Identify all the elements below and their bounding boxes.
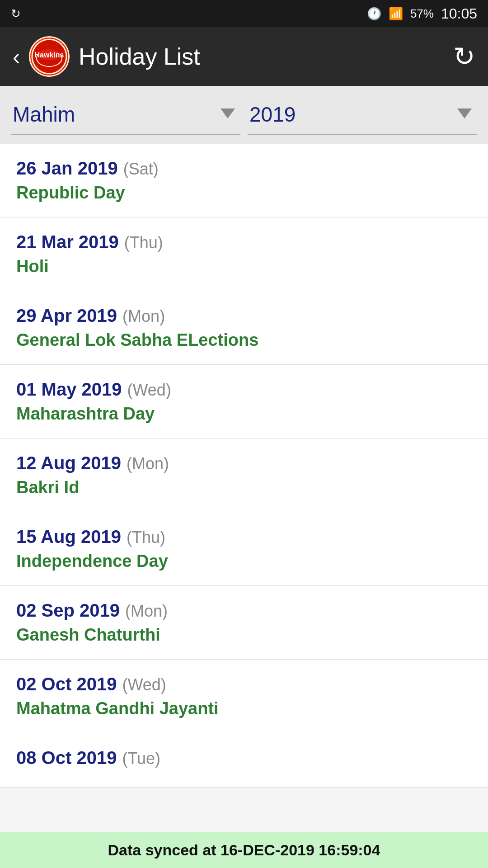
location-value: Mahim bbox=[13, 102, 75, 127]
holiday-name: Independence Day bbox=[16, 552, 168, 571]
holiday-day: (Thu) bbox=[127, 528, 165, 547]
sync-bar: Data synced at 16-DEC-2019 16:59:04 bbox=[0, 832, 488, 868]
holiday-day: (Mon) bbox=[122, 307, 165, 326]
holiday-name: Bakri Id bbox=[16, 478, 79, 497]
year-dropdown-arrow bbox=[457, 108, 472, 118]
status-bar-right: 🕐 📶 57% 10:05 bbox=[367, 5, 477, 22]
refresh-status-icon: ↻ bbox=[11, 7, 21, 21]
app-title: Holiday List bbox=[79, 43, 200, 70]
hawkins-logo-svg: Hawkins bbox=[31, 38, 67, 75]
holiday-date-row: 02 Oct 2019(Wed) bbox=[16, 674, 472, 694]
dropdowns-row: Mahim 2019 bbox=[0, 86, 488, 135]
holiday-name: Ganesh Chaturthi bbox=[16, 625, 160, 644]
year-value: 2019 bbox=[249, 102, 296, 127]
spacer bbox=[0, 135, 488, 144]
holiday-day: (Wed) bbox=[127, 381, 171, 400]
holiday-item[interactable]: 02 Sep 2019(Mon)Ganesh Chaturthi bbox=[0, 586, 488, 660]
holiday-date: 01 May 2019 bbox=[16, 379, 122, 400]
status-bar-left: ↻ bbox=[11, 7, 21, 21]
sync-text: Data synced at 16-DEC-2019 16:59:04 bbox=[108, 841, 380, 859]
holiday-name: General Lok Sabha ELections bbox=[16, 330, 258, 349]
holiday-date-row: 29 Apr 2019(Mon) bbox=[16, 306, 472, 326]
holiday-date: 02 Sep 2019 bbox=[16, 600, 120, 621]
year-dropdown[interactable]: 2019 bbox=[248, 99, 477, 135]
svg-text:Hawkins: Hawkins bbox=[35, 51, 64, 59]
holiday-item[interactable]: 29 Apr 2019(Mon)General Lok Sabha ELecti… bbox=[0, 291, 488, 365]
location-dropdown[interactable]: Mahim bbox=[11, 99, 240, 135]
holiday-date-row: 12 Aug 2019(Mon) bbox=[16, 453, 472, 473]
holiday-item[interactable]: 01 May 2019(Wed)Maharashtra Day bbox=[0, 365, 488, 439]
holiday-date: 26 Jan 2019 bbox=[16, 158, 118, 179]
holiday-date-row: 08 Oct 2019(Tue) bbox=[16, 748, 472, 768]
holiday-day: (Mon) bbox=[125, 602, 168, 621]
holiday-date-row: 15 Aug 2019(Thu) bbox=[16, 527, 472, 547]
holiday-date-row: 02 Sep 2019(Mon) bbox=[16, 600, 472, 621]
holiday-day: (Mon) bbox=[127, 454, 169, 473]
holiday-date-row: 21 Mar 2019(Thu) bbox=[16, 232, 472, 252]
app-bar: ‹ Hawkins Holiday List ↻ bbox=[0, 27, 488, 86]
back-button[interactable]: ‹ bbox=[13, 44, 20, 69]
holiday-item[interactable]: 21 Mar 2019(Thu)Holi bbox=[0, 217, 488, 291]
holiday-item[interactable]: 26 Jan 2019(Sat)Republic Day bbox=[0, 144, 488, 217]
holiday-name: Maharashtra Day bbox=[16, 404, 155, 423]
holiday-item[interactable]: 15 Aug 2019(Thu)Independence Day bbox=[0, 512, 488, 586]
alarm-icon: 🕐 bbox=[367, 7, 381, 21]
holiday-date-row: 26 Jan 2019(Sat) bbox=[16, 158, 472, 179]
status-bar: ↻ 🕐 📶 57% 10:05 bbox=[0, 0, 488, 27]
holiday-date: 12 Aug 2019 bbox=[16, 453, 121, 473]
holiday-date: 21 Mar 2019 bbox=[16, 232, 119, 252]
location-dropdown-arrow bbox=[221, 108, 235, 118]
holiday-date-row: 01 May 2019(Wed) bbox=[16, 379, 472, 400]
holiday-date: 02 Oct 2019 bbox=[16, 674, 117, 694]
holiday-day: (Tue) bbox=[122, 749, 160, 768]
holiday-item[interactable]: 12 Aug 2019(Mon)Bakri Id bbox=[0, 439, 488, 512]
refresh-button[interactable]: ↻ bbox=[453, 41, 475, 72]
holiday-day: (Thu) bbox=[124, 233, 163, 252]
holiday-day: (Sat) bbox=[123, 160, 159, 179]
holiday-name: Holi bbox=[16, 257, 49, 276]
battery-percentage: 57% bbox=[410, 7, 434, 21]
holiday-name: Republic Day bbox=[16, 183, 125, 202]
holiday-name: Mahatma Gandhi Jayanti bbox=[16, 699, 219, 718]
holiday-date: 15 Aug 2019 bbox=[16, 527, 121, 547]
holiday-item[interactable]: 02 Oct 2019(Wed)Mahatma Gandhi Jayanti bbox=[0, 660, 488, 733]
holiday-date: 29 Apr 2019 bbox=[16, 306, 117, 326]
holiday-date: 08 Oct 2019 bbox=[16, 748, 117, 768]
hawkins-logo: Hawkins bbox=[29, 36, 70, 77]
signal-icon: 📶 bbox=[389, 7, 403, 21]
holiday-list: 26 Jan 2019(Sat)Republic Day21 Mar 2019(… bbox=[0, 144, 488, 835]
holiday-item[interactable]: 08 Oct 2019(Tue) bbox=[0, 733, 488, 788]
battery-indicator: 57% bbox=[410, 7, 434, 21]
clock-time: 10:05 bbox=[441, 5, 477, 22]
holiday-day: (Wed) bbox=[122, 675, 166, 694]
app-bar-left: ‹ Hawkins Holiday List bbox=[13, 36, 200, 77]
